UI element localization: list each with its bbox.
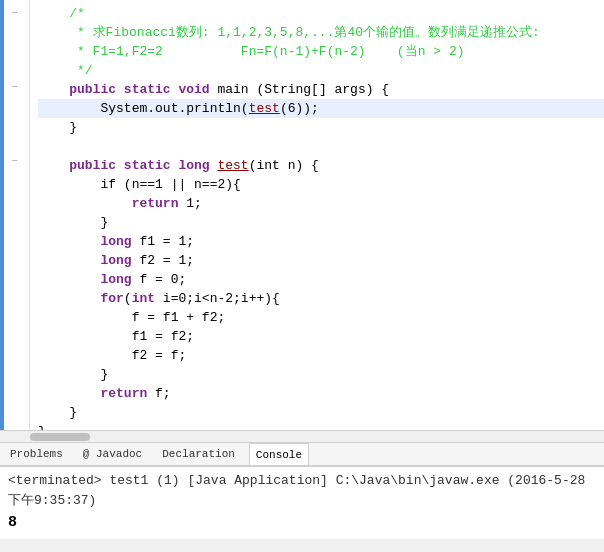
code-token: return [132,194,187,213]
code-token: return [100,384,155,403]
tab-item-declaration[interactable]: Declaration [156,443,241,465]
tab-item-problems[interactable]: Problems [4,443,69,465]
code-token: /* [69,4,85,23]
code-token: if (n==1 || n==2){ [100,175,240,194]
editor-area: −−− /* * 求Fibonacci数列: 1,1,2,3,5,8,...第4… [0,0,604,430]
code-line: long f1 = 1; [38,232,604,251]
gutter-line [0,393,29,412]
code-line: f = f1 + f2; [38,308,604,327]
gutter-line [0,319,29,338]
code-token: f; [155,384,171,403]
collapse-icon[interactable]: − [11,82,17,93]
gutter-line: − [0,152,29,171]
gutter-line [0,60,29,79]
gutter-line [0,189,29,208]
code-token: i=0;i<n-2;i++){ [163,289,280,308]
h-scrollbar[interactable] [0,430,604,442]
code-token: test [249,99,280,118]
code-line: return 1; [38,194,604,213]
collapse-icon[interactable]: − [11,8,17,19]
code-line: } [38,365,604,384]
indent [38,61,69,80]
gutter-line [0,263,29,282]
code-token: public static void [69,80,217,99]
collapse-icon[interactable]: − [11,156,17,167]
code-token: f1 = 1; [139,232,194,251]
code-line: System.out.println(test(6)); [38,99,604,118]
console-area: <terminated> test1 (1) [Java Application… [0,466,604,539]
code-token: (String[] args) { [249,80,389,99]
code-token: (int n) { [249,156,319,175]
code-token: long [100,251,139,270]
indent [38,156,69,175]
code-token: * 求Fibonacci数列: 1,1,2,3,5,8,...第40个输的值。数… [69,23,540,42]
gutter-line [0,134,29,153]
code-token: main [217,80,248,99]
indent [38,327,132,346]
code-token: f = 0; [139,270,186,289]
code-token: f1 = f2; [132,327,194,346]
gutter-line [0,356,29,375]
code-token: } [69,118,77,137]
code-line: * F1=1,F2=2 Fn=F(n-1)+F(n-2) (当n > 2) [38,42,604,61]
gutter-line [0,300,29,319]
indent [38,23,69,42]
code-line: public static void main (String[] args) … [38,80,604,99]
gutter-line [0,245,29,264]
code-token: for [100,289,123,308]
indent [38,118,69,137]
indent [38,270,100,289]
code-token: ( [124,289,132,308]
code-content: /* * 求Fibonacci数列: 1,1,2,3,5,8,...第40个输的… [30,0,604,430]
indent [38,213,100,232]
code-token: int [132,289,163,308]
code-line: long f = 0; [38,270,604,289]
indent [38,251,100,270]
code-line: } [38,422,604,430]
code-token: long [100,270,139,289]
code-line: * 求Fibonacci数列: 1,1,2,3,5,8,...第40个输的值。数… [38,23,604,42]
gutter-line [0,23,29,42]
gutter-line [0,282,29,301]
code-line: } [38,118,604,137]
gutter-line [0,226,29,245]
scrollbar-thumb[interactable] [30,433,90,441]
tab-bar: Problems@ JavadocDeclarationConsole [0,442,604,466]
indent [38,289,100,308]
code-token: } [69,403,77,422]
gutter-line [0,115,29,134]
gutter-line: − [0,78,29,97]
code-token: f2 = 1; [139,251,194,270]
indent [38,175,100,194]
gutter-line [0,374,29,393]
indent [38,194,132,213]
gutter-line [0,97,29,116]
code-token: public static long [69,156,217,175]
indent [38,308,132,327]
code-token: f = f1 + f2; [132,308,226,327]
code-token: */ [69,61,92,80]
code-line: } [38,403,604,422]
code-line: f2 = f; [38,346,604,365]
left-indicator [0,0,4,430]
tab-item-javadoc[interactable]: @ Javadoc [77,443,148,465]
code-token: long [100,232,139,251]
gutter-line [0,411,29,430]
code-token: } [38,422,46,430]
code-line: f1 = f2; [38,327,604,346]
indent [38,99,100,118]
code-line: return f; [38,384,604,403]
code-line: for(int i=0;i<n-2;i++){ [38,289,604,308]
gutter-line [0,171,29,190]
tab-item-console[interactable]: Console [249,443,309,465]
code-token: * F1=1,F2=2 Fn=F(n-1)+F(n-2) (当n > 2) [69,42,464,61]
console-terminated: <terminated> test1 (1) [Java Application… [8,471,596,511]
indent [38,80,69,99]
code-line: long f2 = 1; [38,251,604,270]
code-line: */ [38,61,604,80]
gutter-line [0,41,29,60]
indent [38,346,132,365]
code-token: } [100,365,108,384]
code-token: (6)); [280,99,319,118]
code-token: System.out.println( [100,99,248,118]
